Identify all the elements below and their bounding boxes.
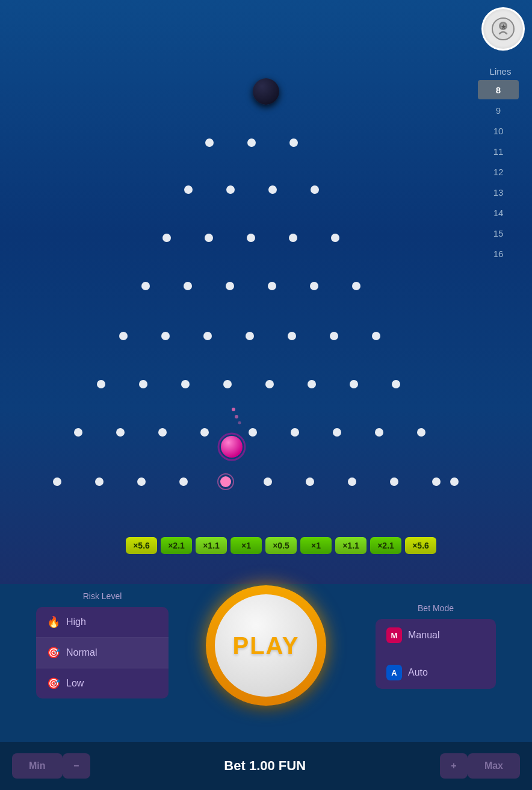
svg-point-46: [249, 428, 257, 437]
svg-point-25: [246, 332, 254, 340]
svg-point-16: [141, 282, 150, 290]
svg-point-15: [331, 234, 339, 242]
svg-point-7: [184, 185, 193, 194]
achievement-badge[interactable]: ★: [481, 7, 525, 51]
play-button[interactable]: PLAY: [206, 585, 326, 706]
game-area: ★ Lines 8 9 10 11 12 13 14 15 16: [0, 0, 532, 584]
svg-point-8: [226, 185, 235, 194]
svg-point-57: [264, 477, 272, 486]
svg-point-27: [330, 332, 338, 340]
mult-item-5: ×1: [300, 537, 332, 554]
risk-low-icon: 🎯: [47, 677, 60, 690]
svg-point-34: [308, 380, 316, 388]
svg-point-51: [53, 477, 61, 486]
svg-point-13: [247, 234, 255, 242]
svg-point-28: [372, 332, 380, 340]
bet-minus-button[interactable]: −: [63, 753, 90, 779]
svg-point-32: [223, 380, 232, 388]
svg-point-56: [218, 474, 234, 490]
svg-point-30: [139, 380, 147, 388]
risk-low-label: Low: [66, 678, 84, 689]
mult-item-8: ×5.6: [405, 537, 436, 554]
svg-point-42: [74, 428, 82, 437]
svg-point-26: [288, 332, 296, 340]
line-item-11[interactable]: 11: [478, 142, 519, 161]
bet-mode-manual-label: Manual: [408, 630, 439, 641]
risk-high-label: High: [66, 617, 86, 627]
line-item-15[interactable]: 15: [478, 223, 519, 243]
svg-point-10: [311, 185, 319, 194]
svg-point-49: [375, 428, 383, 437]
svg-point-52: [95, 477, 104, 486]
svg-point-48: [333, 428, 341, 437]
svg-point-35: [350, 380, 358, 388]
mult-item-7: ×2.1: [370, 537, 401, 554]
svg-point-4: [205, 138, 214, 147]
svg-point-6: [289, 138, 298, 147]
drop-ball: [253, 78, 279, 105]
svg-point-60: [390, 477, 398, 486]
bet-mode-auto[interactable]: A Auto: [376, 656, 496, 689]
svg-point-45: [200, 428, 209, 437]
line-item-8[interactable]: 8: [478, 80, 519, 99]
line-item-16[interactable]: 16: [478, 244, 519, 263]
svg-point-61: [432, 477, 441, 486]
bet-mode-options: M Manual A Auto: [376, 619, 496, 689]
svg-point-29: [97, 380, 105, 388]
svg-point-11: [162, 234, 171, 242]
svg-point-22: [119, 332, 128, 340]
risk-normal[interactable]: 🎯 Normal: [36, 638, 169, 668]
lines-label: Lines: [478, 66, 523, 76]
line-item-13[interactable]: 13: [478, 182, 519, 202]
svg-point-20: [310, 282, 318, 290]
svg-point-38: [235, 415, 238, 418]
control-panel: Risk Level 🔥 High 🎯 Normal 🎯 Low PLAY Be…: [0, 573, 532, 790]
bet-min-button[interactable]: Min: [12, 753, 63, 779]
line-item-14[interactable]: 14: [478, 203, 519, 222]
svg-point-41: [218, 434, 245, 460]
risk-normal-icon: 🎯: [47, 646, 60, 659]
svg-point-33: [265, 380, 274, 388]
svg-point-53: [137, 477, 146, 486]
line-item-9[interactable]: 9: [478, 101, 519, 120]
mult-item-1: ×2.1: [161, 537, 192, 554]
bet-mode-section: Bet Mode M Manual A Auto: [376, 603, 496, 689]
bet-mode-auto-label: Auto: [408, 667, 428, 678]
multiplier-bar: ×5.6 ×2.1 ×1.1 ×1 ×0.5 ×1 ×1.1 ×2.1 ×5.6: [36, 537, 526, 554]
svg-point-37: [232, 408, 235, 411]
svg-text:★: ★: [501, 23, 507, 30]
svg-point-40: [221, 436, 243, 458]
bet-bar: Min − Bet 1.00 FUN + Max: [0, 742, 532, 790]
bet-mode-label: Bet Mode: [376, 603, 496, 613]
risk-label: Risk Level: [36, 591, 169, 601]
mult-item-3: ×1: [230, 537, 262, 554]
play-button-wrap: PLAY: [206, 585, 326, 706]
mult-item-4: ×0.5: [265, 537, 297, 554]
svg-point-24: [203, 332, 212, 340]
svg-point-17: [184, 282, 192, 290]
svg-point-36: [392, 380, 400, 388]
mult-item-6: ×1.1: [335, 537, 367, 554]
svg-point-47: [291, 428, 299, 437]
bet-plus-button[interactable]: +: [440, 753, 468, 779]
play-button-inner: PLAY: [215, 594, 317, 697]
line-item-12[interactable]: 12: [478, 162, 519, 181]
line-item-10[interactable]: 10: [478, 121, 519, 140]
bet-mode-auto-badge: A: [386, 665, 402, 680]
svg-point-5: [247, 138, 256, 147]
bet-mode-manual[interactable]: M Manual: [376, 619, 496, 652]
mult-item-2: ×1.1: [196, 537, 227, 554]
risk-low[interactable]: 🎯 Low: [36, 668, 169, 698]
svg-point-58: [306, 477, 314, 486]
risk-options: 🔥 High 🎯 Normal 🎯 Low: [36, 607, 169, 698]
mult-item-0: ×5.6: [126, 537, 157, 554]
risk-high[interactable]: 🔥 High: [36, 607, 169, 638]
risk-section: Risk Level 🔥 High 🎯 Normal 🎯 Low: [36, 591, 169, 698]
svg-point-9: [268, 185, 277, 194]
bet-max-button[interactable]: Max: [468, 753, 520, 779]
play-text: PLAY: [232, 632, 299, 659]
svg-point-19: [268, 282, 276, 290]
svg-point-23: [161, 332, 170, 340]
svg-point-59: [348, 477, 356, 486]
lines-panel: Lines 8 9 10 11 12 13 14 15 16: [478, 66, 523, 263]
